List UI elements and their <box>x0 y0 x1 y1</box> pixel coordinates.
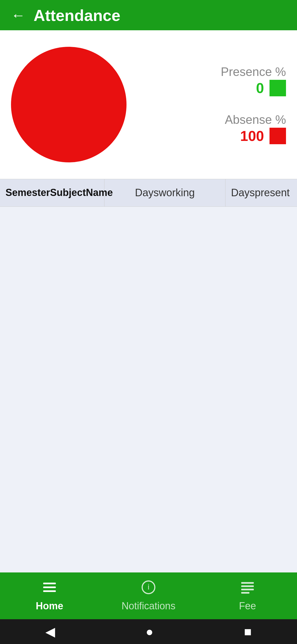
svg-rect-9 <box>241 592 249 594</box>
bottom-nav: Home i Notifications Fee <box>0 572 297 619</box>
notifications-nav-label: Notifications <box>122 600 175 612</box>
presence-label: Presence % <box>221 65 286 79</box>
svg-rect-1 <box>43 586 56 588</box>
presence-value: 0 <box>256 80 264 96</box>
table-header: SemesterSubjectName Daysworking Dayspres… <box>0 179 297 207</box>
presence-legend-item: Presence % 0 <box>143 65 286 96</box>
system-nav: ◀ ● ■ <box>0 619 297 644</box>
system-back-button[interactable]: ◀ <box>45 624 55 639</box>
back-button[interactable]: ← <box>11 8 25 22</box>
absence-color-box <box>270 128 286 144</box>
top-bar: ← Attendance <box>0 0 297 30</box>
pie-circle-red <box>11 47 127 162</box>
table-body <box>0 207 297 572</box>
svg-text:i: i <box>148 583 149 591</box>
svg-rect-6 <box>241 582 254 584</box>
nav-notifications[interactable]: i Notifications <box>110 580 187 612</box>
absence-value-row: 100 <box>240 128 286 144</box>
svg-rect-7 <box>241 585 254 587</box>
fee-icon <box>240 580 255 598</box>
attendance-table-section: SemesterSubjectName Daysworking Dayspres… <box>0 179 297 572</box>
home-icon <box>42 580 57 598</box>
absence-legend-item: Absense % 100 <box>143 113 286 144</box>
home-nav-label: Home <box>36 600 63 612</box>
col-subject: SemesterSubjectName <box>0 179 105 206</box>
nav-home[interactable]: Home <box>11 580 88 612</box>
absence-value: 100 <box>240 128 264 144</box>
presence-color-box <box>270 80 286 96</box>
absence-label: Absense % <box>225 113 286 127</box>
presence-value-row: 0 <box>256 80 286 96</box>
notifications-icon: i <box>141 580 156 598</box>
fee-nav-label: Fee <box>239 600 256 612</box>
svg-rect-3 <box>46 590 53 592</box>
pie-chart <box>11 47 127 162</box>
system-home-button[interactable]: ● <box>146 624 153 639</box>
col-dayspresent: Dayspresent <box>226 179 297 206</box>
svg-rect-0 <box>43 583 56 584</box>
chart-section: Presence % 0 Absense % 100 <box>0 30 297 179</box>
nav-fee[interactable]: Fee <box>209 580 286 612</box>
col-daysworking: Daysworking <box>105 179 226 206</box>
svg-rect-8 <box>241 589 254 590</box>
chart-legend: Presence % 0 Absense % 100 <box>127 65 286 144</box>
page-title: Attendance <box>34 6 120 24</box>
system-recent-button[interactable]: ■ <box>244 624 252 639</box>
